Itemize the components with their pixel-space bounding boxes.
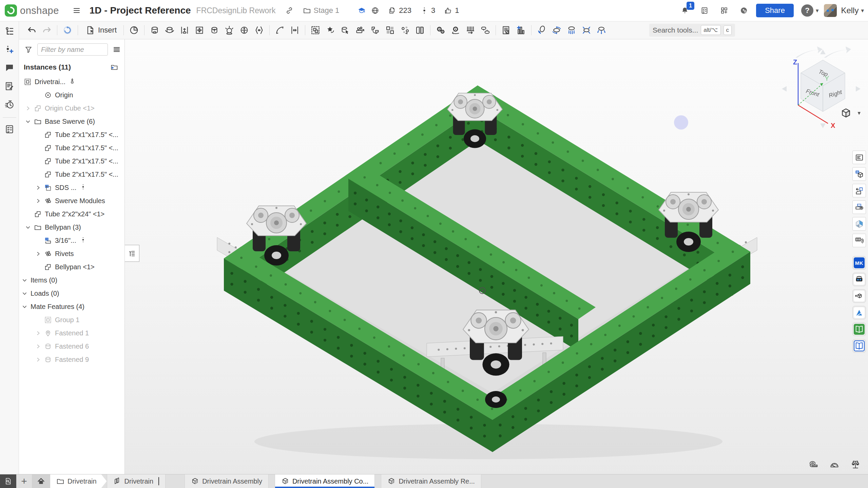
undo-button[interactable] [24, 23, 39, 38]
apps-button[interactable] [718, 4, 730, 17]
user-name[interactable]: Kelly [841, 6, 859, 15]
tree-item-loads-0[interactable]: Loads (0) [19, 287, 124, 300]
structure-panel-button[interactable] [2, 24, 17, 39]
docs-blue-button[interactable] [852, 339, 866, 353]
circular-pattern-button[interactable] [398, 23, 412, 38]
tree-item-origin[interactable]: Origin [19, 89, 124, 102]
pin-slot-mate-button[interactable] [237, 23, 252, 38]
main-menu-button[interactable] [71, 4, 83, 17]
onshape-logo-icon[interactable] [5, 4, 17, 17]
user-menu-caret-icon[interactable]: ▾ [861, 7, 864, 14]
sprocket-relation-button[interactable] [448, 23, 463, 38]
history-button[interactable] [2, 97, 17, 112]
named-positions-button[interactable] [323, 23, 338, 38]
group-parts-button[interactable] [308, 23, 323, 38]
tree-item-tube-2-x2-x24-1[interactable]: Tube 2"x2"x24" <1> [19, 208, 124, 221]
view-cube[interactable]: Top Front Right Z X Y [777, 45, 865, 132]
tree-item-bellypan-1[interactable]: Bellypan <1> [19, 260, 124, 274]
mk-app-button[interactable]: MK [852, 256, 866, 270]
add-mate-button[interactable] [2, 42, 17, 57]
search-tools-button[interactable]: Search tools... alt/⌥c [649, 24, 735, 37]
insert-item-button[interactable] [514, 23, 528, 38]
tree-item-origin-cube-1[interactable]: Origin Cube <1> [19, 102, 124, 115]
search-tabs-button[interactable] [0, 474, 16, 488]
tree-item-items-0[interactable]: Items (0) [19, 274, 124, 287]
mate-connector-button[interactable] [534, 23, 549, 38]
notes-button[interactable] [2, 79, 17, 94]
tree-item-fastened-1[interactable]: Fastened 1 [19, 327, 124, 340]
cylindrical-mate-button[interactable] [207, 23, 222, 38]
tree-item-mate-features-4[interactable]: Mate Features (4) [19, 300, 124, 313]
tree-item-drivetrai[interactable]: Drivetrai... [19, 75, 124, 89]
copy-link-button[interactable] [283, 4, 295, 17]
help-caret-icon[interactable]: ▾ [816, 7, 819, 14]
mate-dots-indicator[interactable] [80, 236, 86, 245]
tree-item-tube-2-x1-x17-5[interactable]: Tube 2"x1"x17.5" <... [19, 141, 124, 155]
slider-mate-button[interactable] [177, 23, 192, 38]
share-button[interactable]: Share [756, 4, 794, 17]
assembly-3d-view[interactable] [125, 39, 868, 474]
user-avatar[interactable] [824, 4, 837, 17]
redo-button[interactable] [39, 23, 54, 38]
featurescript-panel-button[interactable] [852, 234, 866, 247]
notifications-button[interactable]: 1 [679, 4, 691, 17]
tree-item-rivets[interactable]: Rivets [19, 247, 124, 260]
export-part-panel-button[interactable] [852, 184, 866, 197]
exploded-view-button[interactable] [412, 23, 427, 38]
replace-instance-button[interactable] [338, 23, 353, 38]
breadcrumb-folder[interactable]: Drivetrain [50, 474, 107, 488]
tasks-button[interactable] [2, 122, 17, 137]
panel-collapse-handle[interactable] [125, 245, 139, 262]
comments-button[interactable] [2, 60, 17, 75]
parallel-relation-button[interactable] [252, 23, 267, 38]
mass-scale-button[interactable] [848, 457, 863, 472]
snap-spread-button[interactable] [594, 23, 609, 38]
tree-item-sds[interactable]: SDS ... [19, 181, 124, 194]
snap-revolve-button[interactable] [549, 23, 564, 38]
limit-relation-button[interactable] [287, 23, 302, 38]
tree-item-bellypan-3[interactable]: Bellypan (3) [19, 221, 124, 234]
tab-drivetrain-partstudio[interactable]: Drivetrain [107, 474, 166, 488]
robot-app-button[interactable] [852, 273, 866, 286]
tree-item-group-1[interactable]: Group 1 [19, 313, 124, 327]
ball-mate-button[interactable] [222, 23, 237, 38]
docs-green-button[interactable] [852, 323, 866, 336]
tree-item-3-16[interactable]: 3/16"... [19, 234, 124, 247]
tangent-relation-button[interactable] [272, 23, 287, 38]
tree-item-fastened-9[interactable]: Fastened 9 [19, 353, 124, 366]
protractor-button[interactable] [827, 457, 842, 472]
add-folder-button[interactable] [108, 61, 120, 73]
snap-mate-button[interactable] [579, 23, 594, 38]
fastened-mate-button[interactable] [147, 23, 162, 38]
sheet-metal-panel-button[interactable] [852, 200, 866, 214]
help-button[interactable]: ? [801, 4, 813, 17]
tree-item-base-swerve-6[interactable]: Base Swerve (6) [19, 115, 124, 128]
tree-item-tube-2-x1-x17-5[interactable]: Tube 2"x1"x17.5" <... [19, 128, 124, 141]
belt-relation-button[interactable] [478, 23, 493, 38]
replicate-button[interactable] [368, 23, 383, 38]
tree-item-fastened-6[interactable]: Fastened 6 [19, 340, 124, 353]
ai-assistant-button[interactable] [738, 4, 750, 17]
home-tab-button[interactable] [32, 474, 50, 488]
update-button[interactable] [60, 23, 75, 38]
rack-relation-button[interactable] [463, 23, 478, 38]
insert-button[interactable]: Insert [81, 23, 121, 38]
tree-item-swerve-modules[interactable]: Swerve Modules [19, 194, 124, 208]
peak-app-button[interactable] [852, 306, 866, 319]
document-location[interactable]: Stage 1 [303, 6, 340, 15]
cad-app-panel-button[interactable] [852, 217, 866, 231]
planar-mate-button[interactable] [192, 23, 207, 38]
config-cube-panel-button[interactable] [852, 167, 866, 181]
mate-dots-indicator[interactable] [80, 183, 86, 192]
filter-input[interactable] [37, 43, 108, 56]
tab-drivetrain-assembly-copy[interactable]: Drivetrain Assembly Co... [275, 474, 375, 488]
tab-drivetrain-assembly-ref[interactable]: Drivetrain Assembly Re... [381, 474, 481, 488]
gear-relation-button[interactable] [433, 23, 448, 38]
tape-measure-button[interactable] [806, 457, 821, 472]
list-view-button[interactable] [111, 43, 123, 56]
structure-list-panel-button[interactable] [852, 151, 866, 164]
tab-drivetrain-assembly[interactable]: Drivetrain Assembly [185, 474, 269, 488]
revolve-tool-button[interactable] [127, 23, 141, 38]
graphics-viewport[interactable]: Top Front Right Z X Y ▾ MK [125, 39, 868, 474]
tree-item-tube-2-x1-x17-5[interactable]: Tube 2"x1"x17.5" <... [19, 168, 124, 181]
